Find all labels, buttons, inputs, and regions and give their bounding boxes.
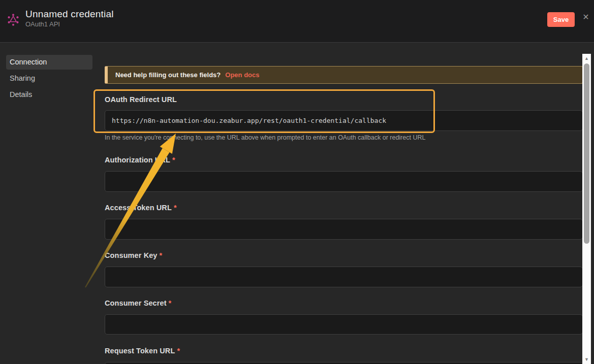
authorization-url-input[interactable]	[105, 171, 583, 192]
consumer-secret-label-text: Consumer Secret	[105, 299, 167, 307]
authorization-url-label-text: Authorization URL	[105, 156, 170, 164]
credential-modal: Unnamed credential OAuth1 API Save ✕ Con…	[0, 0, 594, 364]
authorization-url-label: Authorization URL*	[105, 156, 175, 164]
close-icon[interactable]: ✕	[580, 12, 591, 23]
modal-header: Unnamed credential OAuth1 API Save ✕	[0, 0, 594, 43]
access-token-url-input[interactable]	[105, 219, 583, 240]
access-token-url-label: Access Token URL*	[105, 204, 177, 212]
modal-sidebar: Connection Sharing Details	[6, 55, 92, 104]
oauth-redirect-url-input[interactable]	[105, 110, 583, 131]
scrollbar-thumb[interactable]	[584, 63, 589, 244]
sidebar-item-connection[interactable]: Connection	[6, 55, 92, 70]
required-asterisk: *	[160, 251, 163, 259]
request-token-url-label: Request Token URL*	[105, 347, 180, 355]
required-asterisk: *	[169, 299, 172, 307]
consumer-key-label: Consumer Key*	[105, 251, 162, 259]
credential-title[interactable]: Unnamed credential	[25, 9, 114, 20]
scroll-down-icon[interactable]: ▼	[582, 356, 591, 363]
credential-type-label: OAuth1 API	[25, 20, 60, 28]
vertical-scrollbar[interactable]: ▲ ▼	[582, 54, 591, 364]
required-asterisk: *	[177, 347, 180, 355]
consumer-key-label-text: Consumer Key	[105, 251, 158, 259]
consumer-secret-label: Consumer Secret*	[105, 299, 171, 307]
open-docs-link[interactable]: Open docs	[225, 71, 259, 79]
required-asterisk: *	[174, 204, 177, 212]
oauth-redirect-url-label: OAuth Redirect URL	[105, 95, 177, 104]
required-asterisk: *	[172, 156, 175, 164]
consumer-secret-input[interactable]	[105, 314, 583, 335]
consumer-key-input[interactable]	[105, 267, 583, 287]
scroll-up-icon[interactable]: ▲	[582, 55, 591, 62]
save-button[interactable]: Save	[547, 12, 575, 27]
credential-type-icon	[7, 13, 20, 26]
access-token-url-label-text: Access Token URL	[105, 204, 172, 212]
help-banner-text: Need help filling out these fields?	[115, 71, 221, 79]
oauth-redirect-helper-text: In the service you're connecting to, use…	[105, 134, 425, 141]
sidebar-item-details[interactable]: Details	[6, 87, 92, 102]
help-banner: Need help filling out these fields? Open…	[105, 66, 583, 84]
sidebar-item-sharing[interactable]: Sharing	[6, 71, 92, 86]
request-token-url-label-text: Request Token URL	[105, 347, 175, 355]
request-token-url-input[interactable]	[105, 362, 583, 364]
